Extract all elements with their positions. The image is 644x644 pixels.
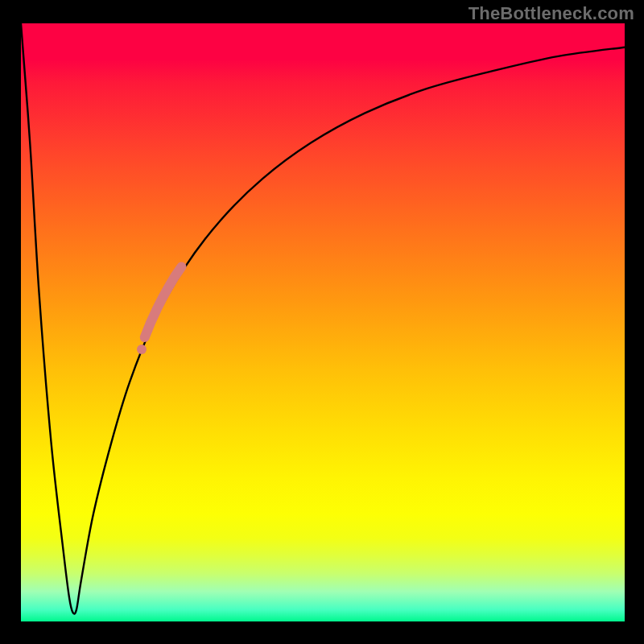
watermark-text: TheBottleneck.com [469,3,634,24]
chart-stage: TheBottleneck.com [0,0,644,644]
highlight-segment [145,266,182,337]
bottleneck-curve [21,23,625,614]
curve-layer [21,23,625,621]
highlight-group [137,266,182,354]
highlight-dot [137,345,147,354]
plot-area [21,23,625,621]
